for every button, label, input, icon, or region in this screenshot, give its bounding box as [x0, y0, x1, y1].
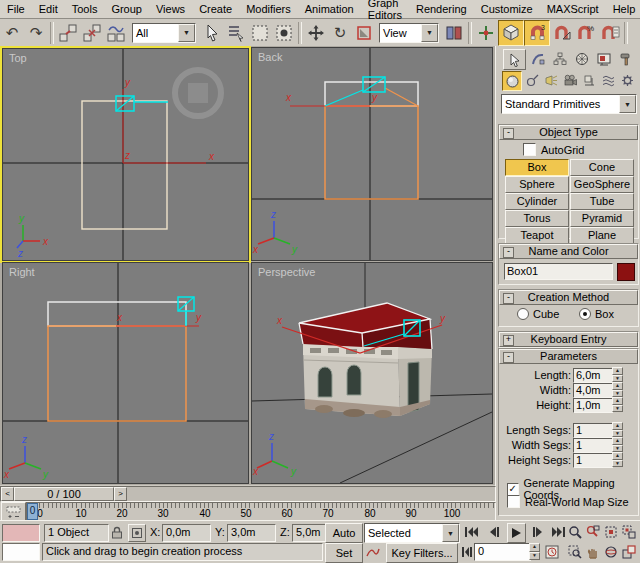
object-name-input[interactable]: Box01	[504, 263, 613, 280]
menu-modifiers[interactable]: Modifiers	[239, 2, 298, 16]
trackbar-ruler[interactable]: 0 10 20 30 40 50 60 70 80 90 100	[26, 502, 496, 522]
torus-button[interactable]: Torus	[505, 210, 569, 227]
menu-animation[interactable]: Animation	[298, 2, 361, 16]
select-by-name-icon[interactable]	[224, 21, 248, 45]
play-animation-icon[interactable]	[507, 523, 526, 543]
real-world-checkbox[interactable]	[507, 495, 520, 508]
set-key-button[interactable]: Set Key	[325, 543, 363, 563]
previous-frame-icon[interactable]	[485, 523, 502, 541]
select-and-rotate-icon[interactable]: ↻	[328, 21, 352, 45]
tube-button[interactable]: Tube	[570, 193, 634, 210]
next-frame-arrow[interactable]: >	[114, 487, 127, 501]
percent-snap-icon[interactable]: %	[574, 21, 598, 45]
zoom-extents-icon[interactable]	[602, 523, 619, 541]
hierarchy-tab-icon[interactable]	[549, 49, 570, 68]
cube-radio[interactable]	[517, 308, 529, 320]
plane-button[interactable]: Plane	[570, 227, 634, 244]
length-segs-input[interactable]: 1	[573, 423, 613, 438]
use-pivot-point-icon[interactable]	[442, 21, 466, 45]
menu-customize[interactable]: Customize	[474, 2, 540, 16]
viewport-top-label[interactable]: Top	[9, 52, 27, 64]
menu-help[interactable]: Help	[606, 2, 640, 16]
absolute-mode-icon[interactable]	[128, 524, 146, 542]
go-to-start-icon[interactable]	[463, 523, 480, 541]
shapes-category-icon[interactable]	[523, 71, 541, 89]
select-and-manipulate-icon[interactable]	[474, 21, 498, 45]
width-spinner[interactable]: ▲▼	[612, 382, 623, 397]
width-input[interactable]: 4,0m	[573, 383, 613, 398]
collapse-icon[interactable]: -	[503, 293, 514, 304]
geosphere-button[interactable]: GeoSphere	[570, 176, 634, 193]
key-mode-dropdown[interactable]: Selected ▼	[364, 523, 460, 543]
mini-trackbar-icon[interactable]	[1, 502, 26, 521]
create-tab-icon[interactable]	[503, 49, 526, 70]
frame-spinner[interactable]: ▲▼	[529, 543, 540, 560]
region-zoom-icon[interactable]	[566, 543, 583, 561]
cameras-category-icon[interactable]	[561, 71, 579, 89]
primitive-category-dropdown[interactable]: Standard Primitives ▼	[501, 94, 637, 114]
autogrid-checkbox[interactable]	[523, 143, 536, 156]
height-segs-input[interactable]: 1	[573, 453, 613, 468]
dropdown-arrow-icon[interactable]: ▼	[619, 95, 636, 113]
zoom-all-icon[interactable]	[584, 523, 601, 541]
display-tab-icon[interactable]	[593, 49, 614, 68]
cylinder-button[interactable]: Cylinder	[505, 193, 569, 210]
creation-method-header[interactable]: - Creation Method	[499, 290, 638, 305]
keyboard-entry-header[interactable]: + Keyboard Entry	[499, 332, 638, 347]
length-input[interactable]: 6,0m	[573, 368, 613, 383]
dropdown-arrow-icon[interactable]: ▼	[178, 24, 195, 42]
name-color-header[interactable]: - Name and Color	[499, 244, 638, 259]
min-max-toggle-icon[interactable]	[620, 543, 637, 561]
house-model[interactable]	[303, 344, 432, 418]
viewport-right-label[interactable]: Right	[9, 266, 35, 278]
menu-maxscript[interactable]: MAXScript	[540, 2, 606, 16]
menu-views[interactable]: Views	[149, 2, 192, 16]
collapse-icon[interactable]: -	[503, 352, 514, 363]
geometry-category-icon[interactable]	[502, 71, 522, 91]
unlink-icon[interactable]	[80, 21, 104, 45]
viewport-background[interactable]	[252, 48, 492, 260]
collapse-icon[interactable]: -	[503, 247, 514, 258]
window-crossing-icon[interactable]	[272, 21, 296, 45]
previous-frame-arrow[interactable]: <	[1, 487, 14, 501]
spinner-snap-icon[interactable]	[598, 21, 622, 45]
height-segs-spinner[interactable]: ▲▼	[612, 452, 623, 467]
menu-create[interactable]: Create	[192, 2, 239, 16]
collapse-icon[interactable]: -	[503, 128, 514, 139]
time-configuration-icon[interactable]	[543, 543, 561, 561]
arc-rotate-icon[interactable]	[602, 543, 619, 561]
viewport-back-label[interactable]: Back	[258, 51, 283, 63]
set-key-curve-icon[interactable]	[364, 543, 382, 561]
current-frame-field[interactable]: 0	[474, 543, 531, 561]
rectangular-selection-region-icon[interactable]	[248, 21, 272, 45]
redo-icon[interactable]: ↷	[24, 21, 48, 45]
generate-mapping-checkbox[interactable]: ✓	[507, 483, 519, 496]
selection-filter-dropdown[interactable]: All ▼	[132, 23, 196, 43]
utilities-tab-icon[interactable]	[615, 49, 636, 68]
length-segs-spinner[interactable]: ▲▼	[612, 422, 623, 437]
viewport-top[interactable]: y x z Top y x z	[2, 48, 249, 261]
x-coord-field[interactable]: 0,0m	[162, 524, 211, 542]
y-coord-field[interactable]: 3,0m	[227, 524, 276, 542]
spacewarps-category-icon[interactable]	[599, 71, 617, 89]
menu-group[interactable]: Group	[104, 2, 149, 16]
viewport-perspective[interactable]: x y Perspective z x y	[251, 262, 493, 484]
viewport-right[interactable]: x y Right z x y	[2, 262, 249, 484]
pyramid-button[interactable]: Pyramid	[570, 210, 634, 227]
zoom-icon[interactable]	[566, 523, 583, 541]
length-spinner[interactable]: ▲▼	[612, 367, 623, 382]
viewport-back[interactable]: x y Back z x y	[251, 47, 493, 261]
modify-tab-icon[interactable]	[527, 49, 548, 68]
viewport-perspective-label[interactable]: Perspective	[258, 266, 315, 278]
helpers-category-icon[interactable]	[580, 71, 598, 89]
current-frame-marker[interactable]: 0	[27, 503, 38, 520]
systems-category-icon[interactable]	[618, 71, 636, 89]
teapot-button[interactable]: Teapot	[505, 227, 569, 244]
menu-edit[interactable]: Edit	[32, 2, 65, 16]
pan-hand-icon[interactable]	[584, 543, 601, 561]
dropdown-arrow-icon[interactable]: ▼	[421, 24, 438, 42]
maxscript-listener[interactable]	[2, 543, 40, 561]
time-slider[interactable]: < 0 / 100 >	[0, 486, 496, 502]
parameters-header[interactable]: - Parameters	[499, 349, 638, 364]
time-slider-handle[interactable]: 0 / 100	[14, 487, 114, 501]
